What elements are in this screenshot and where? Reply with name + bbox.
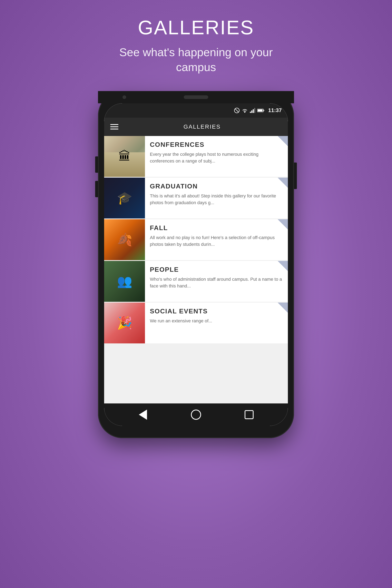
page-wrapper: GALLERIES See what's happening on your c… [0, 0, 392, 438]
svg-rect-5 [253, 109, 254, 113]
thumb-fall [104, 219, 145, 260]
gallery-item-desc-fall: All work and no play is no fun! Here's a… [150, 234, 284, 248]
no-signal-icon [234, 108, 240, 113]
gallery-item-fall[interactable]: FALL All work and no play is no fun! Her… [104, 219, 288, 260]
nav-back-button[interactable] [137, 408, 149, 421]
gallery-item-social-events[interactable]: SOCIAL EVENTS We run an extensive range … [104, 302, 288, 344]
gallery-item-title-people: PEOPLE [150, 266, 284, 274]
gallery-item-title-conferences: CONFERENCES [150, 141, 284, 148]
page-title: GALLERIES [138, 16, 254, 39]
signal-icon [250, 108, 255, 113]
phone-speaker [184, 95, 208, 99]
phone-top-bar [98, 91, 294, 103]
gallery-item-corner-social [278, 302, 288, 313]
hamburger-line-1 [110, 124, 118, 125]
gallery-item-corner-people [278, 261, 288, 271]
gallery-item-title-social: SOCIAL EVENTS [150, 308, 284, 315]
toolbar-title: GALLERIES [122, 124, 282, 130]
gallery-item-desc-people: Who's who of administration staff around… [150, 276, 284, 289]
gallery-item-title-graduation: GRADUATION [150, 182, 284, 190]
svg-rect-4 [251, 110, 252, 113]
gallery-item-content-graduation: GRADUATION This is what it's all about! … [145, 178, 288, 218]
hamburger-line-2 [110, 126, 118, 127]
status-bar: 11:37 [104, 103, 288, 118]
gallery-item-corner-graduation [278, 178, 288, 188]
status-time: 11:37 [268, 107, 282, 114]
nav-home-icon [191, 410, 201, 420]
gallery-item-desc-conferences: Every year the college plays host to num… [150, 151, 284, 164]
thumb-conferences [104, 136, 145, 177]
thumb-people [104, 261, 145, 302]
thumb-graduation-img [104, 178, 145, 218]
gallery-item-content-fall: FALL All work and no play is no fun! Her… [145, 219, 288, 260]
gallery-item-content-people: PEOPLE Who's who of administration staff… [145, 261, 288, 302]
gallery-item-content-social: SOCIAL EVENTS We run an extensive range … [145, 302, 288, 344]
svg-rect-6 [254, 108, 255, 113]
gallery-item-people[interactable]: PEOPLE Who's who of administration staff… [104, 261, 288, 302]
thumb-social [104, 302, 145, 344]
phone-screen: 11:37 GALLERIES [104, 103, 288, 426]
gallery-item-desc-graduation: This is what it's all about! Step inside… [150, 192, 284, 206]
svg-line-1 [235, 108, 239, 112]
phone-bottom-nav [104, 404, 288, 426]
gallery-item-desc-social: We run an extensive range of... [150, 318, 284, 324]
gallery-item-content-conferences: CONFERENCES Every year the college plays… [145, 136, 288, 177]
screen-inner: 11:37 GALLERIES [104, 103, 288, 426]
gallery-item-graduation[interactable]: GRADUATION This is what it's all about! … [104, 178, 288, 218]
status-icons: 11:37 [234, 107, 282, 114]
nav-home-button[interactable] [190, 408, 202, 421]
hamburger-icon[interactable] [110, 124, 118, 130]
wifi-icon [242, 108, 248, 113]
svg-point-2 [244, 112, 246, 113]
thumb-social-img [104, 302, 145, 344]
svg-rect-8 [264, 110, 264, 111]
nav-recent-icon [244, 410, 254, 419]
thumb-graduation [104, 178, 145, 218]
app-toolbar: GALLERIES [104, 118, 288, 136]
thumb-people-img [104, 261, 145, 302]
thumb-fall-img [104, 219, 145, 260]
thumb-conferences-img [104, 136, 145, 177]
gallery-item-corner-fall [278, 219, 288, 230]
phone-device: 11:37 GALLERIES [98, 91, 294, 438]
nav-recent-button[interactable] [243, 408, 255, 421]
nav-back-icon [139, 410, 147, 420]
battery-icon [257, 108, 264, 112]
gallery-list: CONFERENCES Every year the college plays… [104, 136, 288, 412]
gallery-item-title-fall: FALL [150, 224, 284, 232]
hamburger-line-3 [110, 128, 118, 130]
gallery-item-corner-conferences [278, 136, 288, 146]
gallery-item-conferences[interactable]: CONFERENCES Every year the college plays… [104, 136, 288, 177]
phone-camera [122, 95, 126, 99]
svg-rect-9 [258, 110, 262, 112]
page-subtitle: See what's happening on your campus [104, 45, 288, 75]
svg-rect-3 [250, 112, 251, 113]
